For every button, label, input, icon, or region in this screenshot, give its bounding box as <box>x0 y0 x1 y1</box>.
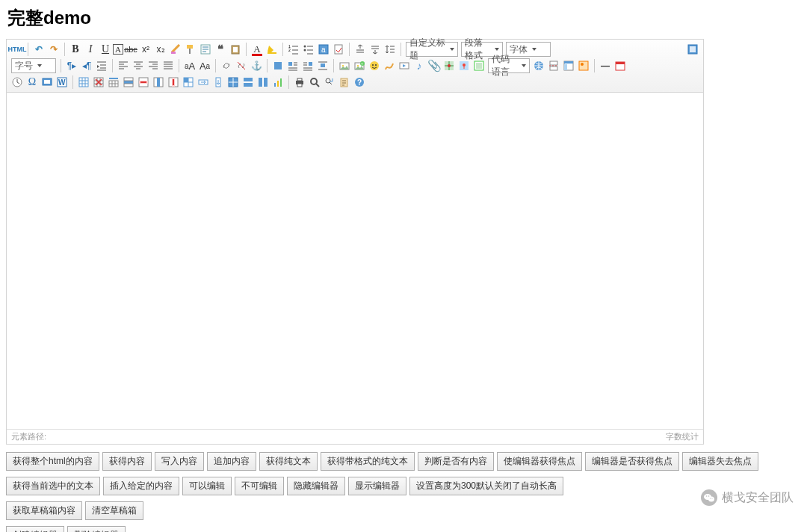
focus-editor-button[interactable]: 使编辑器获得焦点 <box>497 452 582 471</box>
get-content-button[interactable]: 获得内容 <box>102 452 152 471</box>
tolowercase-icon[interactable]: Aa <box>197 58 212 73</box>
wordimage-icon[interactable]: W <box>55 75 69 90</box>
fullscreen-icon[interactable] <box>685 42 700 57</box>
inserttable-icon[interactable] <box>76 75 91 90</box>
get-plaintext-button[interactable]: 获得纯文本 <box>259 452 318 471</box>
orderedlist-icon[interactable]: 12 <box>286 42 301 57</box>
disable-button[interactable]: 不可编辑 <box>235 477 284 495</box>
rtl-icon[interactable]: ◂¶ <box>79 58 94 73</box>
imagenone-icon[interactable] <box>270 58 285 73</box>
source-icon[interactable]: HTML <box>10 42 25 57</box>
justify-icon[interactable] <box>161 58 176 73</box>
lineheight-icon[interactable] <box>383 42 398 57</box>
horizontal-icon[interactable]: — <box>598 58 613 73</box>
print-icon[interactable] <box>292 75 307 90</box>
insertrow-icon[interactable] <box>121 75 136 90</box>
is-focused-button[interactable]: 编辑器是否获得焦点 <box>585 452 679 471</box>
italic-icon[interactable]: I <box>83 42 98 57</box>
formatmatch-icon[interactable] <box>183 42 198 57</box>
fontborder-icon[interactable]: A <box>113 44 123 55</box>
drafts-icon[interactable] <box>337 75 352 90</box>
fontsize-dropdown[interactable]: 字号 <box>11 58 56 73</box>
blur-editor-button[interactable]: 编辑器失去焦点 <box>682 452 758 471</box>
cleardoc-icon[interactable] <box>331 42 346 57</box>
splitrows-icon[interactable] <box>241 75 256 90</box>
insertcol-icon[interactable] <box>151 75 166 90</box>
justifyright-icon[interactable] <box>146 58 161 73</box>
simpleupload-icon[interactable] <box>337 58 352 73</box>
set-content-button[interactable]: 写入内容 <box>155 452 204 471</box>
spechars-icon[interactable]: Ω <box>25 75 40 90</box>
wordcount-label[interactable]: 字数统计 <box>666 431 699 442</box>
imageleft-icon[interactable] <box>285 58 300 73</box>
background-icon[interactable] <box>576 58 591 73</box>
removeformat-icon[interactable] <box>168 42 183 57</box>
rowspacingtop-icon[interactable] <box>353 42 368 57</box>
indent-icon[interactable] <box>94 58 109 73</box>
date-icon[interactable] <box>613 58 628 73</box>
append-content-button[interactable]: 追加内容 <box>207 452 256 471</box>
show-editor-button[interactable]: 显示编辑器 <box>348 477 406 495</box>
pasteplain-icon[interactable] <box>228 42 243 57</box>
bold-icon[interactable]: B <box>68 42 83 57</box>
splitcols-icon[interactable] <box>256 75 270 90</box>
charts-icon[interactable] <box>270 75 285 90</box>
deleterow-icon[interactable] <box>136 75 151 90</box>
has-content-button[interactable]: 判断是否有内容 <box>418 452 494 471</box>
touppercase-icon[interactable]: aA <box>182 58 197 73</box>
imagecenter-icon[interactable] <box>315 58 330 73</box>
underline-icon[interactable]: U <box>98 42 113 57</box>
insertparagraphbefore-icon[interactable] <box>106 75 121 90</box>
deletecol-icon[interactable] <box>166 75 181 90</box>
template-icon[interactable] <box>561 58 576 73</box>
backcolor-icon[interactable] <box>265 42 279 57</box>
delete-editor-button[interactable]: 删除编辑器 <box>67 526 126 532</box>
emotion-icon[interactable] <box>367 58 382 73</box>
ltr-icon[interactable]: ¶▸ <box>64 58 79 73</box>
subscript-icon[interactable]: x₂ <box>153 42 168 57</box>
justifycenter-icon[interactable] <box>131 58 146 73</box>
snapscreen-icon[interactable] <box>40 75 55 90</box>
codelang-dropdown[interactable]: 代码语言 <box>488 58 530 73</box>
get-formatted-text-button[interactable]: 获得带格式的纯文本 <box>321 452 415 471</box>
autotypeset-icon[interactable] <box>198 42 213 57</box>
enable-button[interactable]: 可以编辑 <box>182 477 232 495</box>
pagebreak-icon[interactable] <box>546 58 561 73</box>
undo-icon[interactable]: ↶ <box>31 42 46 57</box>
scrawl-icon[interactable] <box>382 58 397 73</box>
rowspacingbottom-icon[interactable] <box>368 42 383 57</box>
justifyleft-icon[interactable] <box>116 58 131 73</box>
deletetable-icon[interactable] <box>91 75 106 90</box>
webapp-icon[interactable] <box>531 58 546 73</box>
create-editor-button[interactable]: 创建编辑器 <box>6 526 64 532</box>
help-icon[interactable]: ? <box>352 75 367 90</box>
get-all-html-button[interactable]: 获得整个html的内容 <box>6 452 99 471</box>
blockquote-icon[interactable]: ❝ <box>213 42 228 57</box>
get-draft-button[interactable]: 获取草稿箱内容 <box>6 501 82 520</box>
link-icon[interactable] <box>219 58 234 73</box>
superscript-icon[interactable]: x² <box>138 42 153 57</box>
redo-icon[interactable]: ↷ <box>46 42 61 57</box>
mergecells-icon[interactable] <box>181 75 196 90</box>
anchor-icon[interactable]: ⚓ <box>249 58 264 73</box>
mergedown-icon[interactable] <box>211 75 226 90</box>
unlink-icon[interactable] <box>234 58 249 73</box>
custom-title-dropdown[interactable]: 自定义标题 <box>406 42 458 57</box>
get-selection-button[interactable]: 获得当前选中的文本 <box>6 477 100 495</box>
preview-icon[interactable] <box>307 75 322 90</box>
insertimage-icon[interactable]: + <box>352 58 367 73</box>
clear-draft-button[interactable]: 清空草稿箱 <box>85 501 143 520</box>
editor-content-area[interactable] <box>7 93 703 429</box>
selectall-icon[interactable]: a <box>316 42 331 57</box>
searchreplace-icon[interactable] <box>322 75 337 90</box>
set-height-button[interactable]: 设置高度为300默认关闭了自动长高 <box>409 477 563 495</box>
hide-editor-button[interactable]: 隐藏编辑器 <box>287 477 345 495</box>
time-icon[interactable] <box>10 75 25 90</box>
splitcells-icon[interactable] <box>226 75 241 90</box>
strikethrough-icon[interactable]: abc <box>123 42 138 57</box>
insert-html-button[interactable]: 插入给定的内容 <box>103 477 179 495</box>
imageright-icon[interactable] <box>300 58 315 73</box>
mergeright-icon[interactable] <box>196 75 211 90</box>
unorderedlist-icon[interactable] <box>301 42 316 57</box>
forecolor-icon[interactable]: A <box>250 42 265 57</box>
